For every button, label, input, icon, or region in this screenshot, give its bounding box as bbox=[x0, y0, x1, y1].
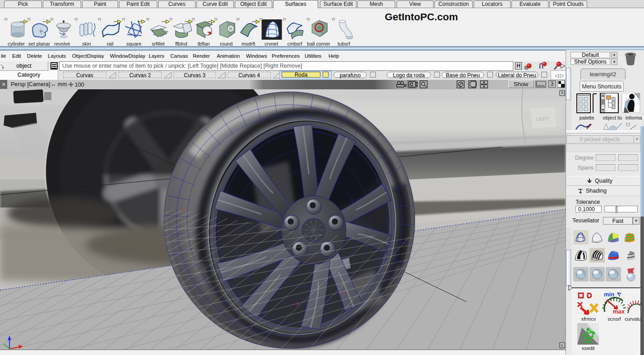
svg-text:LEFT: LEFT bbox=[536, 116, 549, 122]
svg-text:min: min bbox=[604, 291, 614, 298]
svg-text:13: 13 bbox=[525, 116, 529, 120]
svg-text:max: max bbox=[613, 308, 625, 315]
